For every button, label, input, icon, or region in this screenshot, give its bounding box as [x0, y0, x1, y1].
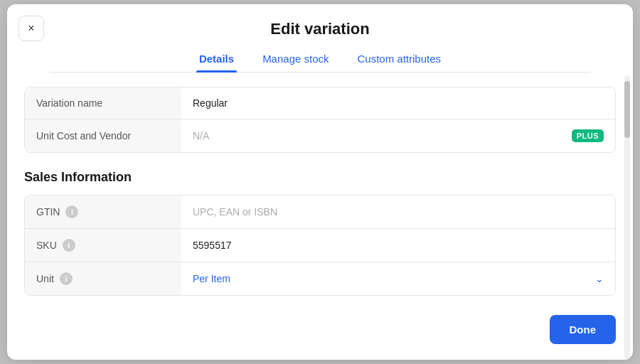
- table-row: GTIN i UPC, EAN or ISBN: [25, 196, 615, 229]
- unit-dropdown-icon: ⌄: [595, 273, 604, 284]
- unit-label: Unit i: [25, 262, 181, 295]
- modal-body: Variation name Regular Unit Cost and Ven…: [7, 73, 633, 357]
- table-row: SKU i 5595517: [25, 229, 615, 262]
- sku-info-icon[interactable]: i: [63, 239, 75, 252]
- unit-value[interactable]: Per Item ⌄: [181, 262, 615, 295]
- sales-section-title: Sales Information: [24, 170, 616, 185]
- sales-fields-table: GTIN i UPC, EAN or ISBN SKU i 5595517: [24, 195, 616, 296]
- modal-header: × Edit variation Details Manage stock Cu…: [7, 4, 633, 73]
- modal: Create an Item × Edit variation Details …: [7, 4, 633, 360]
- gtin-label: GTIN i: [25, 196, 181, 228]
- variation-name-label: Variation name: [25, 87, 181, 119]
- scrollbar-thumb[interactable]: [624, 81, 630, 138]
- tab-details[interactable]: Details: [196, 47, 237, 72]
- unit-cost-label: Unit Cost and Vendor: [25, 119, 181, 152]
- unit-info-icon[interactable]: i: [60, 272, 73, 285]
- sku-label: SKU i: [25, 229, 181, 262]
- modal-backdrop: Create an Item × Edit variation Details …: [0, 0, 640, 364]
- modal-title: Edit variation: [50, 17, 590, 38]
- sku-value: 5595517: [181, 229, 615, 262]
- unit-text: Per Item: [193, 273, 230, 284]
- close-icon: ×: [28, 22, 34, 35]
- scrollbar-track: [624, 75, 630, 360]
- table-row: Variation name Regular: [25, 87, 615, 119]
- plus-badge: PLUS: [572, 129, 604, 142]
- gtin-value: UPC, EAN or ISBN: [181, 196, 615, 228]
- tabs-container: Details Manage stock Custom attributes: [50, 38, 590, 73]
- sales-section: Sales Information GTIN i UPC, EAN or ISB…: [24, 170, 616, 296]
- close-button[interactable]: ×: [18, 16, 44, 41]
- tab-custom-attributes[interactable]: Custom attributes: [355, 47, 444, 72]
- table-row: Unit i Per Item ⌄: [25, 262, 615, 295]
- basic-fields-table: Variation name Regular Unit Cost and Ven…: [24, 87, 616, 153]
- unit-cost-text: N/A: [193, 130, 209, 141]
- unit-cost-value: N/A PLUS: [181, 119, 615, 152]
- gtin-info-icon[interactable]: i: [65, 205, 78, 218]
- tab-manage-stock[interactable]: Manage stock: [260, 47, 331, 72]
- done-button[interactable]: Done: [550, 315, 617, 344]
- table-row: Unit Cost and Vendor N/A PLUS: [25, 119, 615, 152]
- variation-name-value: Regular: [181, 87, 615, 119]
